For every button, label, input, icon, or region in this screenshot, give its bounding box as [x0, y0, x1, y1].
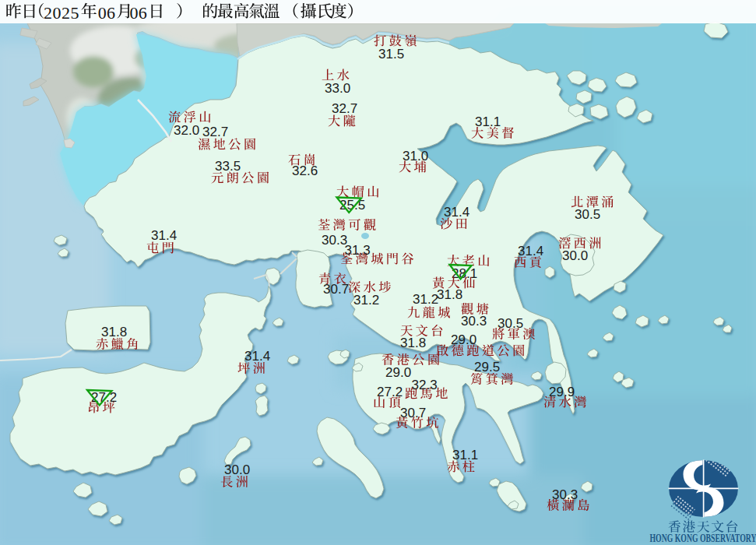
svg-text:29.9: 29.9: [549, 385, 575, 399]
svg-text:0: 0: [53, 3, 62, 23]
svg-text:31.4: 31.4: [244, 349, 270, 364]
svg-text:31.4: 31.4: [444, 205, 469, 220]
svg-text:0: 0: [98, 3, 107, 23]
svg-text:29.0: 29.0: [451, 332, 476, 347]
svg-text:31.2: 31.2: [413, 292, 438, 307]
svg-text:30.0: 30.0: [562, 248, 588, 263]
svg-text:27.2: 27.2: [91, 390, 117, 405]
svg-text:31.0: 31.0: [403, 149, 428, 164]
svg-text:6: 6: [139, 3, 147, 23]
svg-text:5: 5: [71, 3, 79, 23]
svg-text:30.5: 30.5: [575, 207, 600, 222]
svg-text:30.0: 30.0: [224, 462, 250, 477]
svg-text:32.7: 32.7: [332, 101, 357, 116]
svg-text:30.5: 30.5: [498, 316, 523, 331]
svg-text:31.5: 31.5: [378, 47, 404, 62]
svg-text:31.1: 31.1: [452, 448, 478, 462]
svg-text:31.8: 31.8: [400, 336, 426, 350]
svg-text:32.0: 32.0: [174, 123, 199, 138]
svg-text:32.3: 32.3: [412, 378, 438, 392]
svg-text:33.0: 33.0: [325, 81, 350, 96]
svg-text:0: 0: [130, 3, 139, 23]
svg-text:31.8: 31.8: [101, 325, 127, 339]
svg-text:32.7: 32.7: [202, 125, 228, 139]
svg-text:27.2: 27.2: [377, 385, 403, 399]
svg-text:31.4: 31.4: [518, 244, 543, 258]
svg-text:30.3: 30.3: [322, 233, 347, 248]
svg-text:31.3: 31.3: [345, 243, 371, 258]
svg-text:29.0: 29.0: [385, 365, 411, 380]
svg-text:31.8: 31.8: [437, 287, 462, 302]
svg-text:31.4: 31.4: [151, 228, 177, 243]
svg-text:33.5: 33.5: [215, 159, 241, 174]
svg-text:29.5: 29.5: [474, 360, 500, 374]
svg-text:31.1: 31.1: [475, 114, 501, 129]
svg-text:30.3: 30.3: [552, 487, 578, 502]
svg-text:6: 6: [107, 3, 115, 23]
svg-text:HONG KONG OBSERVATORY: HONG KONG OBSERVATORY: [650, 533, 756, 544]
svg-text:32.6: 32.6: [292, 164, 318, 178]
svg-text:30.7: 30.7: [400, 406, 426, 420]
svg-text:2: 2: [62, 3, 70, 23]
svg-text:2: 2: [44, 3, 52, 23]
svg-text:30.7: 30.7: [323, 282, 349, 297]
svg-text:30.3: 30.3: [461, 314, 487, 329]
svg-text:31.2: 31.2: [353, 293, 379, 308]
